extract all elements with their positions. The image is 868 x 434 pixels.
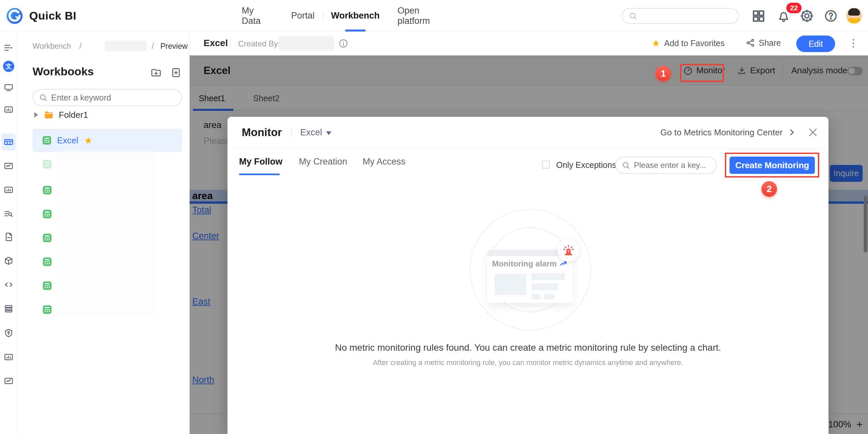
edit-button[interactable]: Edit xyxy=(796,35,835,52)
breadcrumb-sep: / xyxy=(152,42,154,51)
workbook-search[interactable] xyxy=(33,89,182,106)
empty-state-subtitle: After creating a metric monitoring rule,… xyxy=(227,358,829,367)
apps-grid-button[interactable] xyxy=(751,9,766,23)
monitor-modal-header: Monitor Excel Go to Metrics Monitoring C… xyxy=(227,117,829,148)
breadcrumb-sep: / xyxy=(80,42,81,51)
created-by-blurred-name xyxy=(279,36,334,51)
favorite-star-icon[interactable]: ★ xyxy=(84,135,93,146)
document-title: Excel xyxy=(204,38,228,48)
rail-item-report-line[interactable] xyxy=(3,160,14,172)
new-folder-button[interactable] xyxy=(150,67,162,78)
brand-name: Quick BI xyxy=(29,9,76,22)
rail-item-worksheet[interactable] xyxy=(1,133,16,151)
created-by-label: Created By: xyxy=(238,39,280,48)
bar-card-icon xyxy=(4,104,13,114)
tab-my-access[interactable]: My Access xyxy=(363,157,405,167)
rail-item-security[interactable] xyxy=(3,327,14,339)
rail-item-translate[interactable]: 文 xyxy=(3,60,14,72)
only-exceptions-label: Only Exceptions xyxy=(556,160,616,170)
folder-row[interactable]: Folder1 xyxy=(18,105,189,124)
go-to-metrics-center-link[interactable]: Go to Metrics Monitoring Center xyxy=(660,127,796,138)
code-icon xyxy=(4,280,13,290)
rule-search-input[interactable] xyxy=(634,161,707,170)
more-menu-button[interactable]: ⋮ xyxy=(848,37,858,49)
placeholder-bar xyxy=(531,283,558,290)
cube-icon xyxy=(4,256,13,266)
bar-card-icon xyxy=(4,185,13,195)
only-exceptions-checkbox[interactable] xyxy=(542,161,550,169)
search-list-icon xyxy=(4,209,13,219)
workbook-search-input[interactable] xyxy=(51,93,167,103)
star-icon: ★ xyxy=(652,38,660,49)
tab-my-creation[interactable]: My Creation xyxy=(299,157,347,167)
sheet-icon[interactable] xyxy=(41,185,53,196)
scope-dropdown[interactable]: Excel xyxy=(300,127,331,138)
caret-right-icon[interactable] xyxy=(34,112,38,118)
annotation-box-monitor xyxy=(680,64,724,82)
sheet-icon[interactable] xyxy=(41,304,53,315)
share-label: Share xyxy=(759,38,781,48)
new-folder-icon xyxy=(150,67,162,78)
rail-item-dashboard[interactable] xyxy=(3,81,14,94)
placeholder-square xyxy=(544,294,555,299)
active-nav-underline xyxy=(345,30,366,32)
help-icon xyxy=(824,9,838,23)
share-icon xyxy=(745,38,755,48)
sheet-icon[interactable] xyxy=(41,232,53,243)
help-button[interactable] xyxy=(824,9,838,23)
chevron-down-icon xyxy=(326,131,331,135)
rail-item-search-list[interactable] xyxy=(3,208,14,220)
sheet-icon[interactable] xyxy=(41,159,53,170)
modal-title: Monitor xyxy=(242,126,282,139)
nav-divider xyxy=(323,12,323,21)
sheet-icon[interactable] xyxy=(41,208,53,220)
illustration-label: Monitoring alarm xyxy=(492,259,557,268)
close-icon[interactable] xyxy=(807,127,818,138)
alarm-badge xyxy=(558,240,580,262)
nav-open-platform[interactable]: Open platform xyxy=(398,0,451,32)
rail-item-document[interactable] xyxy=(3,231,14,243)
placeholder-bar xyxy=(531,273,565,280)
new-workbook-button[interactable] xyxy=(170,67,182,78)
rail-item-report-line-2[interactable] xyxy=(3,375,14,387)
avatar-shirt xyxy=(847,18,861,24)
rail-item-card-metric-2[interactable] xyxy=(3,351,14,363)
nav-workbench[interactable]: Workbench xyxy=(333,0,377,32)
rail-item-code[interactable] xyxy=(3,279,14,291)
rail-item-cube[interactable] xyxy=(3,255,14,267)
info-icon[interactable] xyxy=(338,38,348,48)
nav-my-data[interactable]: My Data xyxy=(242,0,273,32)
folder-icon xyxy=(43,109,54,120)
layers-icon xyxy=(4,304,13,313)
divider xyxy=(291,127,291,137)
nav-portal[interactable]: Portal xyxy=(291,0,314,32)
add-to-favorites-button[interactable]: ★ Add to Favorites xyxy=(652,38,724,49)
user-avatar[interactable] xyxy=(846,8,862,24)
global-search[interactable] xyxy=(622,8,739,24)
sheet-icon[interactable] xyxy=(41,280,53,291)
rail-item-datasource[interactable] xyxy=(3,303,14,314)
share-button[interactable]: Share xyxy=(745,38,781,48)
active-tab-underline xyxy=(239,173,280,175)
blurred-workbook-names xyxy=(57,151,157,314)
bar-card-icon xyxy=(4,352,13,362)
avatar-hair xyxy=(848,8,860,15)
table-icon xyxy=(3,137,14,147)
rail-item-card-chart[interactable] xyxy=(3,103,14,115)
tab-my-follow[interactable]: My Follow xyxy=(239,157,283,167)
placeholder-block xyxy=(495,274,526,295)
workbooks-sidebar: Workbench / / Preview Workbooks Folder1 … xyxy=(18,32,189,434)
rail-item-card-metric[interactable] xyxy=(3,184,14,196)
sheet-icon[interactable] xyxy=(41,256,53,267)
rail-item-menu[interactable] xyxy=(3,42,14,54)
breadcrumb-root[interactable]: Workbench xyxy=(33,42,71,51)
rule-search[interactable] xyxy=(615,157,717,174)
scope-label: Excel xyxy=(300,127,322,138)
empty-state-title: No metric monitoring rules found. You ca… xyxy=(227,342,829,353)
settings-button[interactable] xyxy=(800,9,814,23)
breadcrumb-current: Preview xyxy=(160,42,188,51)
chevron-right-icon xyxy=(787,128,796,137)
workbook-item-excel[interactable]: Excel ★ xyxy=(33,129,182,152)
global-search-input[interactable] xyxy=(641,11,731,21)
divider xyxy=(230,38,230,49)
